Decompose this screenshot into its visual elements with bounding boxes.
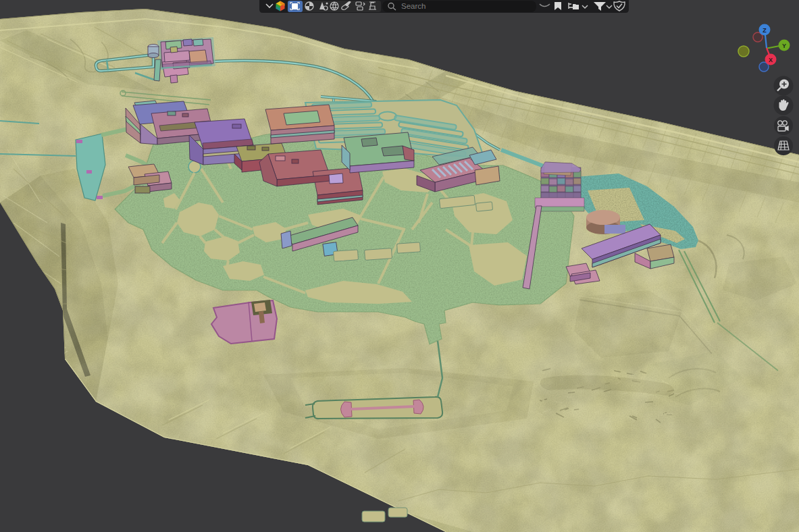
svg-text:X: X: [769, 57, 773, 63]
svg-text:Z: Z: [763, 27, 767, 34]
svg-text:Search: Search: [401, 2, 426, 10]
svg-text:Y: Y: [782, 43, 786, 49]
